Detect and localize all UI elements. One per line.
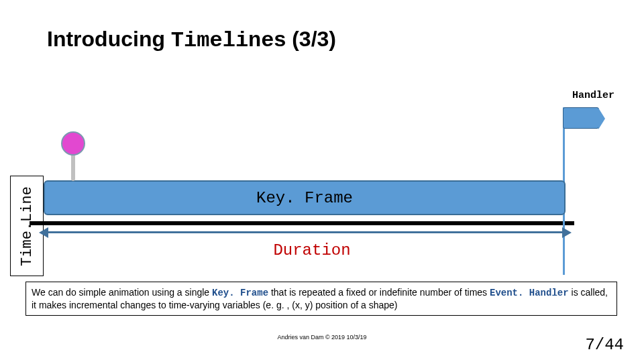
arrow-left-icon [39, 227, 48, 238]
keyframe-bar: Key. Frame [44, 180, 566, 215]
flag-icon [563, 107, 599, 129]
keyframe-marker-icon [61, 131, 85, 156]
duration-line [47, 231, 565, 233]
footer-center: Andries van Dam © 2019 10/3/19 [0, 334, 644, 341]
page-number: 7/44 [585, 336, 624, 354]
explain-text-1: We can do simple animation using a singl… [32, 287, 212, 298]
title-post: s (3/3) [274, 27, 335, 51]
keyframe-bar-label: Key. Frame [256, 189, 353, 207]
explain-keyframe: Key. Frame [212, 288, 268, 298]
explanation-box: We can do simple animation using a singl… [25, 282, 617, 316]
duration-label: Duration [225, 241, 399, 259]
handler-label: Handler [572, 90, 614, 101]
slide-title: Introducing Timelines (3/3) [47, 27, 336, 53]
timeline-track [30, 221, 574, 225]
explain-eventhandler: Event. Handler [490, 288, 569, 298]
title-code: Timeline [171, 28, 274, 53]
explain-text-2: that is repeated a fixed or indefinite n… [268, 287, 490, 298]
timeline-axis-box: Time.Line [10, 176, 44, 276]
title-pre: Introducing [47, 27, 171, 51]
arrow-right-icon [562, 227, 572, 238]
keyframe-marker-post [71, 153, 75, 181]
slide: Introducing Timelines (3/3) Handler Time… [0, 0, 644, 362]
timeline-axis-label: Time.Line [19, 186, 36, 266]
